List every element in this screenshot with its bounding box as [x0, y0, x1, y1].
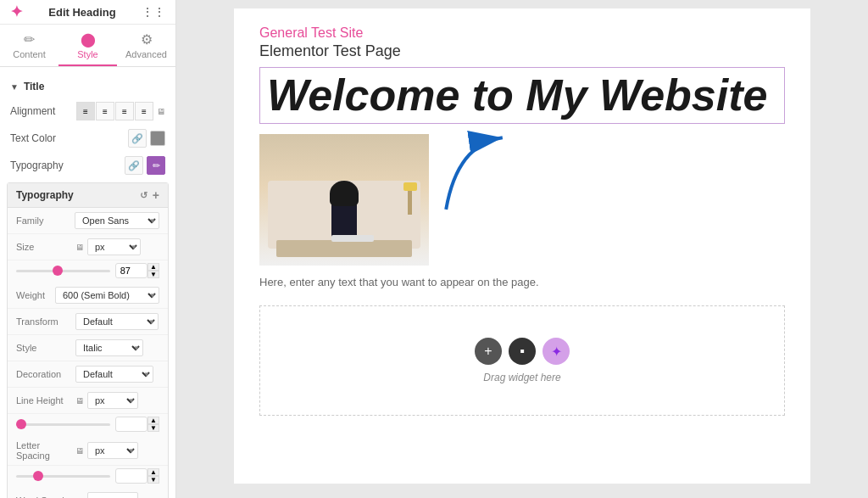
size-slider[interactable] [16, 270, 110, 272]
grid-icon[interactable]: ⋮⋮ [142, 5, 165, 19]
drag-special-button[interactable]: ✦ [542, 338, 570, 365]
size-decrement-button[interactable]: ▼ [147, 271, 159, 278]
align-left-button[interactable]: ≡ [76, 102, 95, 120]
letter-spacing-unit-wrapper[interactable]: px em [87, 442, 138, 459]
text-color-controls: 🔗 [128, 129, 165, 148]
style-tab-icon: ⬤ [81, 31, 96, 48]
canvas-content: General Test Site Elementor Test Page We… [234, 8, 810, 484]
tab-style[interactable]: ⬤ Style [58, 25, 117, 66]
sidebar: ✦ Edit Heading ⋮⋮ ✏ Content ⬤ Style ⚙ Ad… [0, 0, 176, 498]
decoration-row: Decoration Default Underline None [8, 361, 168, 388]
align-right-button[interactable]: ≡ [115, 102, 134, 120]
drag-zone-buttons: + ▪ ✦ [475, 338, 570, 365]
featured-image [259, 134, 429, 266]
text-color-row: Text Color 🔗 [0, 125, 175, 152]
size-unit-select[interactable]: px em rem [87, 238, 141, 255]
drag-folder-button[interactable]: ▪ [509, 338, 536, 365]
line-height-responsive-icon: 🖥 [75, 396, 84, 406]
weight-row: Weight 600 (Semi Bold) 400 (Normal) 700 … [8, 283, 168, 309]
drag-zone[interactable]: + ▪ ✦ Drag widget here [259, 305, 785, 416]
heading-text: Welcome to My Website [267, 71, 777, 120]
body-text: Here, enter any text that you want to ap… [259, 276, 785, 288]
family-value: Open Sans Arial Roboto [75, 212, 159, 229]
typography-panel-header: Typography ↺ + [8, 183, 168, 208]
transform-select[interactable]: Default Uppercase Lowercase [75, 313, 159, 330]
size-unit-wrapper[interactable]: px em rem [87, 238, 141, 255]
family-label: Family [16, 215, 75, 226]
heading-container[interactable]: Welcome to My Website [259, 67, 785, 124]
word-spacing-controls: 🖥 px em [75, 492, 159, 498]
typography-panel: Typography ↺ + Family Open Sans Arial Ro… [7, 182, 169, 498]
letter-spacing-responsive-icon: 🖥 [75, 446, 84, 456]
weight-select-wrapper[interactable]: 600 (Semi Bold) 400 (Normal) 700 (Bold) [55, 287, 159, 304]
line-height-decrement-button[interactable]: ▼ [147, 424, 159, 432]
drag-add-button[interactable]: + [475, 338, 502, 365]
main-canvas: General Test Site Elementor Test Page We… [176, 0, 868, 498]
size-increment-button[interactable]: ▲ [147, 263, 159, 271]
letter-spacing-unit-select[interactable]: px em [87, 442, 138, 459]
align-justify-button[interactable]: ≡ [135, 102, 153, 120]
letter-spacing-slider[interactable] [16, 475, 110, 478]
style-row: Style Italic Normal [8, 335, 168, 361]
style-select-wrapper[interactable]: Italic Normal [75, 339, 143, 356]
typography-row: Typography 🔗 ✏ [0, 152, 175, 179]
typography-edit-icon[interactable]: ✏ [147, 156, 165, 175]
image-bg [259, 134, 429, 266]
sidebar-header: ✦ Edit Heading ⋮⋮ [0, 0, 175, 25]
alignment-controls: ≡ ≡ ≡ ≡ 🖥 [76, 102, 165, 120]
weight-controls: 600 (Semi Bold) 400 (Normal) 700 (Bold) [55, 287, 159, 304]
size-number-input[interactable] [115, 263, 147, 278]
alignment-label: Alignment [10, 105, 76, 117]
transform-label: Transform [16, 316, 75, 327]
align-center-button[interactable]: ≡ [96, 102, 114, 120]
line-height-increment-button[interactable]: ▲ [147, 417, 159, 424]
family-row: Family Open Sans Arial Roboto [8, 208, 168, 234]
line-height-stepper: ▲ ▼ [147, 417, 159, 432]
decoration-select[interactable]: Default Underline None [75, 366, 153, 383]
line-height-slider[interactable] [16, 423, 110, 426]
typography-panel-label: Typography [16, 189, 74, 201]
typography-link-icon[interactable]: 🔗 [125, 156, 143, 175]
letter-spacing-slider-row: ▲ ▼ [8, 466, 168, 488]
tab-content-label: Content [13, 49, 46, 59]
decoration-select-wrapper[interactable]: Default Underline None [75, 366, 153, 383]
line-height-unit-select[interactable]: px em [87, 392, 138, 409]
text-color-link-icon[interactable]: 🔗 [128, 129, 147, 148]
tab-advanced-label: Advanced [125, 49, 167, 59]
style-panel-content: ▼ Title Alignment ≡ ≡ ≡ ≡ 🖥 Text Color 🔗 [0, 67, 175, 498]
transform-row: Transform Default Uppercase Lowercase [8, 309, 168, 335]
line-height-number-input[interactable] [115, 417, 147, 432]
text-color-swatch[interactable] [150, 131, 165, 146]
letter-spacing-decrement-button[interactable]: ▼ [147, 476, 159, 484]
word-spacing-unit-wrapper[interactable]: px em [87, 492, 138, 498]
letter-spacing-row: Letter Spacing 🖥 px em [8, 436, 168, 466]
advanced-tab-icon: ⚙ [141, 31, 153, 48]
tab-content[interactable]: ✏ Content [0, 25, 58, 66]
letter-spacing-increment-button[interactable]: ▲ [147, 468, 159, 476]
transform-controls: Default Uppercase Lowercase [75, 313, 159, 330]
style-label: Style [16, 343, 75, 353]
panel-title: Edit Heading [48, 6, 115, 19]
title-section-label: Title [24, 81, 44, 92]
word-spacing-unit-select[interactable]: px em [87, 492, 138, 498]
line-height-unit-wrapper[interactable]: px em [87, 392, 138, 409]
decoration-label: Decoration [16, 369, 75, 379]
typography-controls: 🔗 ✏ [125, 156, 165, 175]
size-slider-row: ▲ ▼ [8, 260, 168, 283]
letter-spacing-label: Letter Spacing [16, 440, 75, 461]
letter-spacing-number-input[interactable] [115, 468, 147, 484]
tab-advanced[interactable]: ⚙ Advanced [117, 25, 175, 66]
family-select[interactable]: Open Sans Arial Roboto [75, 212, 159, 229]
style-select[interactable]: Italic Normal [75, 339, 143, 356]
typography-add-icon[interactable]: + [153, 188, 159, 202]
word-spacing-row: Word Spacing 🖥 px em [8, 488, 168, 498]
monitor-icon: 🖥 [157, 107, 165, 116]
typography-reset-icon[interactable]: ↺ [140, 190, 147, 201]
decoration-controls: Default Underline None [75, 366, 159, 383]
family-select-wrapper[interactable]: Open Sans Arial Roboto [75, 212, 159, 229]
transform-select-wrapper[interactable]: Default Uppercase Lowercase [75, 313, 159, 330]
weight-label: Weight [16, 290, 55, 300]
weight-select[interactable]: 600 (Semi Bold) 400 (Normal) 700 (Bold) [55, 287, 159, 304]
drag-widget-text: Drag widget here [483, 372, 560, 383]
title-section-header[interactable]: ▼ Title [0, 76, 175, 98]
